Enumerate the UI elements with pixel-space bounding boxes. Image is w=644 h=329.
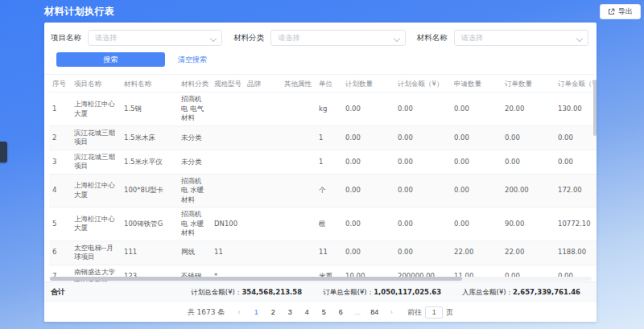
table-cell: DN100	[211, 208, 244, 241]
table-cell: 6	[49, 241, 71, 265]
table-cell: 0.00	[555, 125, 597, 150]
table-cell: 0.00	[342, 93, 394, 125]
page-button-5[interactable]: 5	[318, 306, 329, 318]
table-cell: 招商机电 电气材料	[178, 93, 211, 125]
material-plan-table: 序号项目名称材料名称材料分类规格型号品牌其他属性单位计划数量计划金额（¥）申请数…	[49, 75, 597, 282]
chevron-down-icon	[577, 36, 582, 41]
table-cell: 上海松江中心大厦	[71, 174, 121, 207]
table-cell: 0.00	[451, 174, 502, 207]
table-cell: 0.00	[394, 241, 451, 265]
table-cell	[281, 241, 316, 265]
project-select[interactable]: 请选择	[88, 30, 222, 46]
table-cell: 90.00	[502, 208, 555, 241]
table-cell: 5	[49, 208, 71, 241]
goto-page-input[interactable]	[425, 306, 443, 319]
filter-bar: 项目名称 请选择 材料分类 请选择 材料名称 请选择	[44, 23, 597, 51]
page-button-1[interactable]: 1	[250, 306, 262, 318]
table-row[interactable]: 2滨江花城三期项目1.5米木床未分类10.000.000.000.000.00	[49, 125, 597, 150]
inbound-total-amount: 入库总金额(¥)：2,657,339,761.46	[462, 288, 580, 298]
table-cell	[244, 241, 281, 265]
table-cell	[244, 150, 281, 174]
table-cell: 0.00	[342, 174, 394, 207]
column-header: 订单金额（¥）	[555, 75, 597, 93]
table-cell: 0.00	[451, 93, 502, 125]
table-cell: 11	[211, 241, 244, 265]
table-cell	[281, 125, 316, 150]
table-row[interactable]: 5上海松江中心大厦100铸铁管G招商机电 水暖材料DN100根0.000.000…	[49, 208, 597, 241]
table-cell	[281, 93, 316, 125]
table-cell	[281, 174, 316, 207]
material-name-select[interactable]: 请选择	[454, 30, 588, 46]
summary-totals: 计划总金额(¥)：354,568,213.58 订单总金额(¥)：1,050,1…	[191, 288, 580, 298]
table-cell: 20.00	[502, 93, 555, 125]
table-cell: 0.00	[451, 125, 502, 150]
table-row[interactable]: 3滨江花城三期项目1.5米水平仪未分类10.000.000.000.000.00	[49, 150, 597, 174]
table-cell: 招商机电 水暖材料	[178, 208, 211, 241]
export-button-label: 导出	[618, 6, 633, 17]
table-cell: 滨江花城三期项目	[71, 150, 121, 174]
table-cell: 11	[316, 241, 342, 265]
export-button[interactable]: 导出	[600, 4, 641, 19]
goto-label: 前往	[407, 307, 422, 318]
table-cell: 未分类	[178, 125, 211, 150]
more-pages-icon[interactable]: ...	[352, 306, 363, 318]
table-cell: 1	[316, 125, 342, 150]
page-button-6[interactable]: 6	[335, 306, 346, 318]
table-cell: 0.00	[394, 208, 451, 241]
table-cell: 1	[316, 150, 342, 174]
table-cell: 3	[49, 150, 71, 174]
column-header: 品牌	[244, 75, 281, 93]
table-row[interactable]: 1上海松江中心大厦1.5钢招商机电 电气材料kg0.000.000.0020.0…	[49, 93, 597, 125]
page-button-4[interactable]: 4	[301, 306, 312, 318]
table-cell: 0.00	[394, 150, 451, 174]
table-row[interactable]: 4上海松江中心大厦100*8U型卡招商机电 水暖材料个0.000.000.002…	[49, 174, 597, 207]
table-cell: 0.00	[342, 241, 394, 265]
project-select-placeholder: 请选择	[95, 33, 117, 43]
search-button[interactable]: 搜索	[56, 52, 165, 67]
next-page-button[interactable]: ›	[386, 306, 397, 318]
table-cell: 0.00	[502, 125, 555, 150]
table-cell: 130.00	[555, 93, 597, 125]
table-area: 序号项目名称材料名称材料分类规格型号品牌其他属性单位计划数量计划金额（¥）申请数…	[44, 75, 597, 282]
table-cell: 0.00	[451, 150, 502, 174]
filter-material-category: 材料分类 请选择	[233, 30, 405, 46]
clear-search-link[interactable]: 清空搜索	[178, 55, 207, 65]
page-button-3[interactable]: 3	[284, 306, 295, 318]
material-category-select[interactable]: 请选择	[270, 30, 405, 46]
page-title: 材料计划执行表	[44, 5, 115, 19]
table-cell	[281, 208, 316, 241]
table-cell: 172.00	[555, 174, 597, 207]
material-name-placeholder: 请选择	[461, 33, 483, 43]
table-cell: 200.00	[502, 174, 555, 207]
table-cell: 1	[49, 93, 71, 125]
filter-project-label: 项目名称	[51, 33, 81, 43]
filter-material-category-label: 材料分类	[233, 33, 264, 43]
page-button-2[interactable]: 2	[267, 306, 279, 318]
table-cell	[244, 125, 281, 150]
table-cell: 0.00	[394, 125, 451, 150]
column-header: 规格型号	[211, 75, 244, 93]
table-cell: 111	[121, 241, 178, 265]
table-cell: 0.00	[342, 208, 394, 241]
pagination-total-count: 共 1673 条	[188, 307, 225, 318]
filter-material-name-label: 材料名称	[417, 33, 448, 43]
horizontal-scrollbar[interactable]	[50, 277, 462, 281]
column-header: 其他属性	[281, 75, 316, 93]
column-header: 项目名称	[71, 75, 121, 93]
collapsed-sidebar-handle[interactable]	[0, 142, 7, 162]
chevron-down-icon	[394, 36, 399, 41]
horizontal-scrollbar-track	[49, 277, 592, 281]
table-cell	[244, 93, 281, 125]
prev-page-button[interactable]: ‹	[233, 306, 245, 318]
vertical-scrollbar[interactable]	[593, 80, 597, 136]
table-cell: 0.00	[342, 150, 394, 174]
table-cell: 上海松江中心大厦	[71, 93, 121, 125]
column-header: 计划数量	[342, 75, 394, 93]
page-button-84[interactable]: 84	[369, 306, 380, 318]
column-header: 序号	[49, 75, 71, 93]
table-header-row: 序号项目名称材料名称材料分类规格型号品牌其他属性单位计划数量计划金额（¥）申请数…	[49, 75, 597, 93]
table-cell: 10772.10	[555, 208, 597, 241]
table-cell: 个	[316, 174, 342, 207]
table-cell: 22.00	[451, 241, 502, 265]
table-row[interactable]: 6太空电梯--月球项目111网线11110.000.0022.0022.0011…	[49, 241, 597, 265]
